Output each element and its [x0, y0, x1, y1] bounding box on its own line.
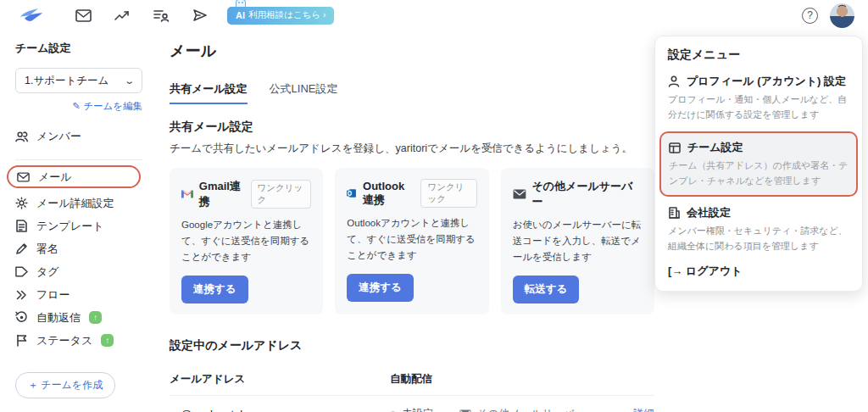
ai-badge-text: 利用相談はこちら › [248, 9, 326, 21]
email-cell: cs@onebox.tokyo [170, 408, 390, 412]
card-title: その他メールサーバー [532, 179, 643, 209]
page-title: メール [170, 41, 654, 61]
menu-item-label: プロフィール (アカウント) 設定 [687, 74, 846, 89]
auto-reply-icon [15, 311, 28, 324]
sidebar-item-label: テンプレート [36, 219, 104, 234]
nav-icons [75, 7, 209, 24]
oneclick-badge: ワンクリック [420, 179, 476, 208]
help-icon[interactable]: ? [802, 8, 818, 24]
menu-item-label: 会社設定 [687, 205, 731, 220]
topbar-right: ? [802, 3, 854, 28]
logout-button[interactable]: [→ ログアウト [668, 264, 849, 279]
sidebar-item-mail-settings[interactable]: メール詳細設定 [15, 192, 144, 214]
gmail-card: Gmail連携 ワンクリック Googleアカウントと連携して、すぐに送受信を同… [170, 168, 323, 315]
sidebar-item-label: タグ [36, 264, 59, 280]
team-select[interactable]: 1.サポートチーム ⌄ [15, 68, 142, 93]
card-description: お使いのメールサーバーに転送コードを入力し、転送でメールを受信します [513, 217, 643, 265]
person-icon [668, 75, 680, 87]
sidebar-item-label: メール詳細設定 [36, 196, 114, 211]
chevron-down-icon: ⌄ [124, 75, 135, 86]
menu-item-description: プロフィール・通知・個人メールなど、自分だけに関係する設定を管理します [668, 92, 849, 122]
card-title: Gmail連携 [199, 179, 245, 209]
menu-item-label: チーム設定 [687, 140, 743, 155]
sidebar-item-label: 署名 [36, 242, 58, 257]
card-description: Outlookアカウントと連携して、すぐに送受信を同期することができます [347, 215, 476, 264]
team-select-value: 1.サポートチーム [25, 74, 108, 88]
team-settings-icon [669, 142, 681, 153]
oneclick-badge: ワンクリック [251, 180, 312, 209]
sidebar-item-auto-reply[interactable]: 自動返信 ↑ [15, 306, 144, 329]
menu-item-company-settings[interactable]: 会社設定 メンバー権限・セキュリティ・請求など、組織全体に関わる項目を管理します [668, 205, 849, 253]
sidebar-divider [15, 159, 142, 160]
outlook-logo [347, 187, 357, 199]
logout-label: [→ ログアウト [668, 264, 742, 279]
sidebar-item-signature[interactable]: 署名 [15, 237, 144, 260]
server-cell: その他メールサーバー [459, 407, 616, 412]
section-title: 共有メール設定 [170, 120, 654, 135]
mail-server-icon [513, 189, 526, 199]
card-title: Outlook 連携 [363, 180, 415, 208]
tag-icon [15, 266, 28, 277]
settings-menu-title: 設定メニュー [668, 47, 849, 63]
pencil-icon [15, 242, 28, 255]
forward-button[interactable]: 転送する [513, 276, 580, 303]
outlook-connect-button[interactable]: 連携する [347, 274, 414, 302]
yaritori-logo[interactable] [19, 6, 44, 25]
menu-item-team-settings[interactable]: チーム設定 チーム（共有アドレス）の作成や署名・テンプレ・チャネルなどを管理しま… [659, 131, 858, 197]
tab-line-settings[interactable]: 公式LINE設定 [270, 81, 338, 104]
upgrade-badge: ↑ [89, 311, 102, 324]
status-cell: 未設定 [390, 407, 459, 412]
integration-cards: Gmail連携 ワンクリック Googleアカウントと連携して、すぐに送受信を同… [170, 168, 654, 315]
server-label: その他メールサーバー [477, 407, 585, 412]
sidebar-item-flow[interactable]: フロー [15, 283, 144, 306]
table-header-row: メールアドレス 自動配信 [170, 367, 654, 395]
detail-link[interactable]: 詳細 [633, 407, 654, 412]
tab-shared-mail-settings[interactable]: 共有メール設定 [170, 81, 248, 104]
sidebar-menu: メンバー メール メール詳細設定 テンプレート 署名 タグ フロー [15, 125, 144, 352]
menu-item-profile[interactable]: プロフィール (アカウント) 設定 プロフィール・通知・個人メールなど、自分だけ… [668, 74, 849, 122]
sidebar-item-label: ステータス [36, 333, 92, 348]
sidebar-item-label: 自動返信 [36, 310, 81, 326]
flag-icon [15, 334, 28, 347]
sidebar-item-mail[interactable]: メール [7, 165, 141, 188]
upgrade-badge: ↑ [101, 334, 114, 347]
ai-badge-prefix: AI [236, 10, 245, 20]
other-mail-server-card: その他メールサーバー お使いのメールサーバーに転送コードを入力し、転送でメールを… [501, 168, 654, 315]
gmail-logo [181, 189, 193, 199]
table-row: cs@onebox.tokyo 未設定 その他メールサーバー 詳細 [170, 395, 654, 412]
card-description: Googleアカウントと連携して、すぐに送受信を同期することができます [181, 217, 311, 265]
gear-icon [15, 197, 28, 209]
ai-consult-button[interactable]: AI 利用相談はこちら › [227, 7, 334, 25]
header-address: メールアドレス [170, 372, 390, 387]
sidebar-heading: チーム設定 [15, 41, 144, 56]
avatar[interactable] [830, 3, 854, 28]
sidebar-item-tags[interactable]: タグ [15, 260, 144, 283]
create-team-button[interactable]: ＋ チームを作成 [15, 372, 115, 398]
sidebar-item-templates[interactable]: テンプレート [15, 214, 144, 237]
settings-menu: 設定メニュー プロフィール (アカウント) 設定 プロフィール・通知・個人メール… [654, 36, 863, 292]
addresses-title: 設定中のメールアドレス [170, 338, 654, 354]
outlook-card: Outlook 連携 ワンクリック Outlookアカウントと連携して、すぐに送… [335, 168, 488, 315]
document-icon [15, 220, 28, 232]
edit-team-link[interactable]: ✎ チームを編集 [15, 100, 142, 113]
menu-item-description: チーム（共有アドレス）の作成や署名・テンプレ・チャネルなどを管理します [669, 159, 849, 188]
sidebar-item-label: フロー [36, 287, 70, 303]
mail-nav-icon[interactable] [75, 7, 92, 24]
analytics-icon[interactable] [114, 7, 131, 24]
members-icon [15, 131, 28, 142]
section-description: チームで共有したいメールアドレスを登録し、yaritoriでメールを受信できるよ… [170, 142, 654, 156]
main-content: メール 共有メール設定 公式LINE設定 共有メール設定 チームで共有したいメー… [170, 31, 654, 412]
mail-icon [17, 172, 30, 182]
tabs: 共有メール設定 公式LINE設定 [170, 81, 654, 104]
sidebar-item-members[interactable]: メンバー [15, 125, 144, 148]
contacts-icon[interactable] [153, 7, 170, 24]
menu-item-description: メンバー権限・セキュリティ・請求など、組織全体に関わる項目を管理します [668, 224, 849, 253]
gmail-connect-button[interactable]: 連携する [181, 276, 248, 303]
building-icon [668, 207, 680, 219]
robot-icon [236, 0, 246, 7]
sidebar-item-label: メール [38, 170, 72, 185]
addresses-table: メールアドレス 自動配信 cs@onebox.tokyo 未設定 その他メールサ… [170, 367, 654, 412]
sidebar-item-status[interactable]: ステータス ↑ [15, 329, 144, 352]
header-auto-delivery: 自動配信 [390, 372, 432, 387]
send-icon[interactable] [192, 7, 209, 24]
